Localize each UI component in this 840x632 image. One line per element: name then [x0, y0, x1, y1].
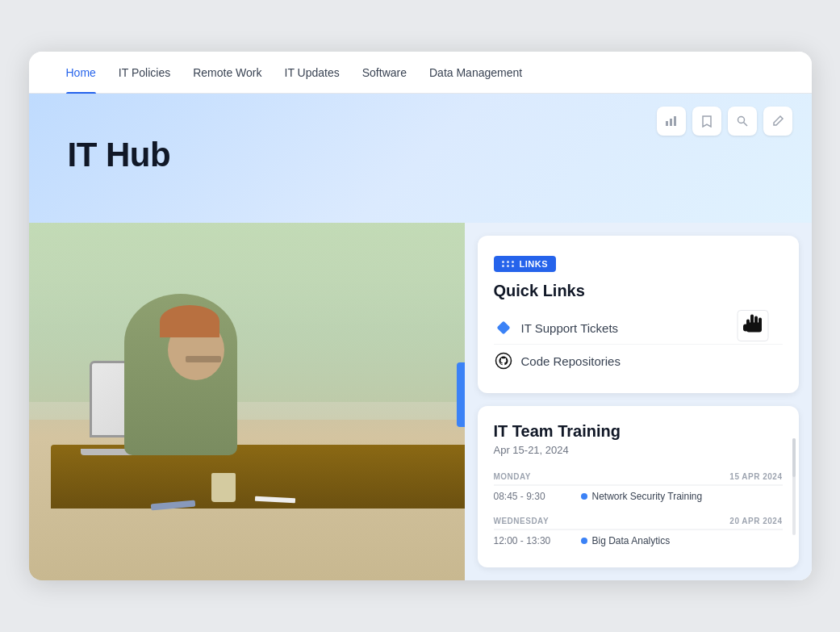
wednesday-label: WEDNESDAY: [494, 513, 575, 529]
time-slot-2: 12:00 - 13:30: [494, 529, 575, 551]
svg-rect-10: [746, 323, 762, 333]
nav-bar: Home IT Policies Remote Work IT Updates …: [29, 52, 812, 94]
edit-icon-button[interactable]: [763, 107, 792, 136]
search-icon: [736, 115, 749, 128]
chart-icon: [665, 115, 678, 128]
edit-icon: [771, 115, 784, 128]
github-icon: [494, 351, 513, 370]
svg-rect-1: [670, 119, 672, 126]
browser-window: Home IT Policies Remote Work IT Updates …: [29, 52, 812, 580]
scroll-bar[interactable]: [792, 438, 796, 535]
links-badge: LINKS: [494, 256, 557, 272]
hero-image: [29, 223, 465, 580]
time-slot-1: 08:45 - 9:30: [494, 485, 575, 507]
hero-icon-group: [657, 107, 792, 136]
svg-rect-12: [496, 321, 510, 335]
nav-item-it-updates[interactable]: IT Updates: [274, 52, 351, 94]
image-panel: [29, 223, 465, 580]
bookmark-icon-button[interactable]: [692, 107, 721, 136]
event-dot-1: [581, 493, 587, 500]
chart-icon-button[interactable]: [657, 107, 686, 136]
search-icon-button[interactable]: [728, 107, 757, 136]
svg-point-13: [495, 354, 511, 369]
monday-label: MONDAY: [494, 469, 575, 484]
hand-cursor-icon: [736, 309, 770, 350]
scroll-thumb: [792, 438, 796, 477]
schedule-card: IT Team Training Apr 15-21, 2024 MONDAY …: [478, 406, 799, 567]
quick-links-title: Quick Links: [494, 282, 783, 300]
svg-rect-0: [666, 121, 668, 126]
main-content: LINKS Quick Links: [29, 223, 812, 580]
event-2[interactable]: Big Data Analytics: [575, 529, 783, 551]
svg-rect-11: [743, 324, 748, 332]
svg-point-3: [738, 117, 744, 123]
schedule-title: IT Team Training: [494, 422, 783, 441]
it-support-icon: [495, 319, 512, 337]
hero-banner: IT Hub: [29, 94, 812, 223]
svg-rect-2: [674, 116, 676, 126]
page-title: IT Hub: [68, 136, 171, 174]
svg-line-4: [743, 123, 747, 127]
nav-item-it-policies[interactable]: IT Policies: [107, 52, 182, 94]
diamond-icon: [494, 318, 513, 337]
right-panel: LINKS Quick Links: [465, 223, 812, 580]
apr20-label: 20 APR 2024: [694, 513, 783, 529]
schedule-date-range: Apr 15-21, 2024: [494, 444, 783, 456]
bookmark-icon: [701, 115, 713, 128]
badge-dots-icon: [502, 261, 515, 267]
event-1[interactable]: Network Security Training: [575, 485, 783, 507]
nav-item-remote-work[interactable]: Remote Work: [182, 52, 273, 94]
nav-item-software[interactable]: Software: [351, 52, 418, 94]
nav-item-home[interactable]: Home: [55, 52, 107, 94]
event-dot-2: [581, 538, 587, 544]
quick-links-card: LINKS Quick Links: [478, 236, 799, 393]
apr15-label: 15 APR 2024: [694, 469, 783, 484]
vertical-accent-bar: [457, 362, 465, 427]
nav-item-data-management[interactable]: Data Management: [418, 52, 533, 94]
